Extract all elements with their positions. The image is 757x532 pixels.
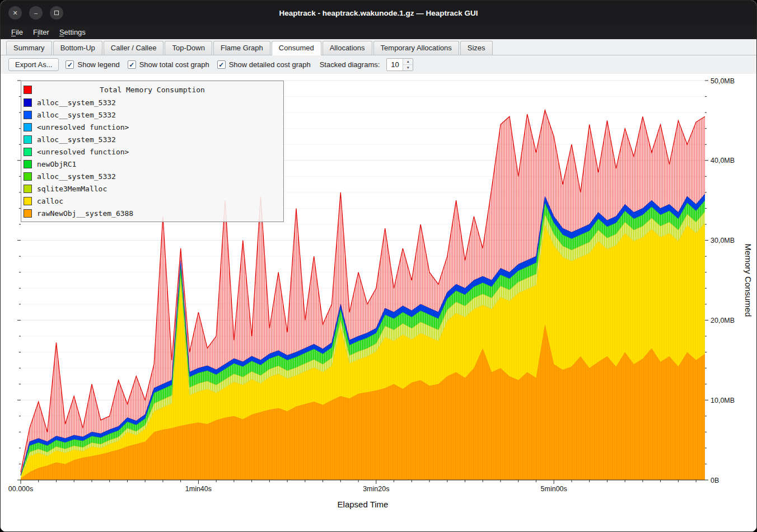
checkbox-label: Show detailed cost graph — [229, 60, 311, 69]
legend-swatch — [24, 197, 32, 205]
svg-text:40,0MB: 40,0MB — [711, 157, 735, 164]
checkbox-label: Show legend — [77, 60, 119, 69]
checkbox-show-detailed-cost-graph[interactable]: ✓Show detailed cost graph — [217, 60, 311, 69]
minimize-icon[interactable]: – — [29, 6, 43, 20]
svg-text:Memory Consumed: Memory Consumed — [744, 244, 753, 317]
stacked-diagrams-label: Stacked diagrams: — [320, 60, 380, 69]
svg-text:Elapsed Time: Elapsed Time — [338, 500, 389, 509]
checkbox-check-icon: ✓ — [217, 60, 226, 69]
tab-sizes[interactable]: Sizes — [460, 41, 493, 55]
menu-file[interactable]: File — [6, 26, 28, 38]
tab-temporary-allocations[interactable]: Temporary Allocations — [373, 41, 459, 55]
tab-flame-graph[interactable]: Flame Graph — [213, 41, 270, 55]
legend-entry: alloc__system_5332 — [21, 133, 283, 145]
checkbox-show-legend[interactable]: ✓Show legend — [66, 60, 119, 69]
spin-up-button[interactable]: ▴ — [403, 59, 413, 65]
legend-entry-label: alloc__system_5332 — [37, 172, 116, 181]
legend-entry-label: alloc__system_5332 — [37, 98, 116, 107]
maximize-icon[interactable] — [50, 6, 63, 20]
titlebar: ✕ – Heaptrack - heaptrack.wakunode.1.gz … — [1, 1, 756, 25]
svg-text:3min20s: 3min20s — [363, 485, 389, 493]
legend-swatch — [24, 111, 32, 119]
checkbox-label: Show total cost graph — [139, 60, 209, 69]
window-title: Heaptrack - heaptrack.wakunode.1.gz — He… — [1, 9, 756, 17]
svg-text:50,0MB: 50,0MB — [711, 77, 735, 85]
checkbox-check-icon: ✓ — [66, 60, 74, 69]
legend-swatch — [24, 135, 32, 144]
legend-title: Total Memory Consumption — [100, 86, 205, 94]
close-icon[interactable]: ✕ — [8, 6, 22, 20]
svg-text:5min00s: 5min00s — [541, 485, 567, 493]
tab-bar: SummaryBottom-UpCaller / CalleeTop-DownF… — [1, 39, 756, 55]
legend-entry: <unresolved function> — [21, 145, 283, 158]
legend-entry-label: newObjRC1 — [37, 160, 76, 168]
tab-top-down[interactable]: Top-Down — [165, 41, 212, 55]
checkbox-group: ✓Show legend✓Show total cost graph✓Show … — [66, 60, 310, 69]
legend-swatch — [24, 160, 32, 168]
menu-filter[interactable]: Filter — [28, 26, 54, 38]
legend-entry-label: alloc__system_5332 — [37, 135, 116, 144]
legend-swatch — [24, 123, 32, 131]
chart-legend: Total Memory Consumptionalloc__system_53… — [21, 81, 284, 222]
svg-text:10,0MB: 10,0MB — [711, 397, 735, 404]
legend-entry: calloc — [21, 195, 283, 207]
svg-text:0B: 0B — [711, 477, 719, 484]
consumed-chart: 00.000s1min40s3min20s5min00s0B10,0MB20,0… — [1, 74, 756, 532]
checkbox-show-total-cost-graph[interactable]: ✓Show total cost graph — [128, 60, 209, 69]
legend-entry: newObjRC1 — [21, 158, 283, 170]
stacked-diagrams-spinbox: 10 ▴ ▾ — [386, 58, 413, 71]
toolbar: Export As... ✓Show legend✓Show total cos… — [1, 55, 756, 74]
tab-summary[interactable]: Summary — [6, 41, 52, 55]
legend-swatch — [24, 98, 32, 107]
legend-entry-label: <unresolved function> — [37, 123, 129, 131]
legend-entry: <unresolved function> — [21, 121, 283, 133]
legend-entry: alloc__system_5332 — [21, 96, 283, 109]
svg-text:00.000s: 00.000s — [8, 485, 33, 493]
legend-swatch — [24, 185, 32, 193]
tab-caller-callee[interactable]: Caller / Callee — [104, 41, 164, 55]
stacked-diagrams-value[interactable]: 10 — [387, 59, 403, 70]
svg-text:1min40s: 1min40s — [185, 485, 212, 493]
heaptrack-window: ✕ – Heaptrack - heaptrack.wakunode.1.gz … — [0, 0, 757, 532]
tab-consumed[interactable]: Consumed — [272, 41, 321, 55]
legend-entry-label: <unresolved function> — [37, 148, 129, 156]
spin-down-button[interactable]: ▾ — [403, 65, 413, 70]
legend-entry-label: sqlite3MemMalloc — [37, 185, 107, 193]
svg-text:30,0MB: 30,0MB — [711, 237, 735, 244]
tab-allocations[interactable]: Allocations — [323, 41, 372, 55]
legend-entry-label: alloc__system_5332 — [37, 111, 116, 119]
legend-swatch-total — [24, 86, 32, 94]
legend-entry-label: rawNewObj__system_6388 — [37, 209, 133, 218]
svg-text:20,0MB: 20,0MB — [711, 317, 735, 324]
menu-settings[interactable]: Settings — [54, 26, 91, 38]
checkbox-check-icon: ✓ — [128, 60, 136, 69]
export-as-button[interactable]: Export As... — [8, 58, 59, 71]
legend-entry: sqlite3MemMalloc — [21, 182, 283, 195]
legend-swatch — [24, 209, 32, 218]
tab-bottom-up[interactable]: Bottom-Up — [53, 41, 102, 55]
legend-swatch — [24, 172, 32, 181]
legend-title-row: Total Memory Consumption — [21, 83, 283, 96]
legend-entry: alloc__system_5332 — [21, 170, 283, 182]
menubar: FileFilterSettings — [1, 25, 756, 39]
legend-swatch — [24, 148, 32, 156]
legend-entry-label: calloc — [37, 197, 63, 205]
legend-entry: rawNewObj__system_6388 — [21, 207, 283, 219]
window-controls: ✕ – — [8, 1, 63, 25]
legend-entry: alloc__system_5332 — [21, 109, 283, 121]
